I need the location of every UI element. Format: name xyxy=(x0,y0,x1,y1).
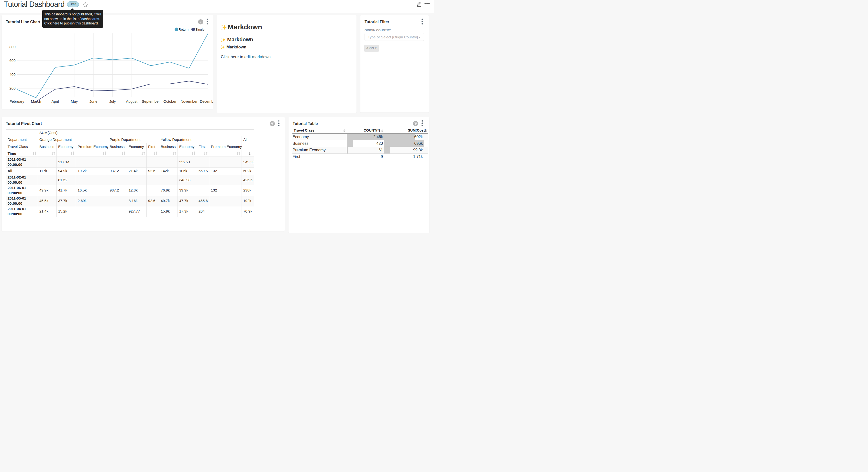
svg-text:February: February xyxy=(9,99,25,104)
svg-text:600: 600 xyxy=(9,58,16,63)
svg-text:Single: Single xyxy=(195,28,205,31)
svg-text:May: May xyxy=(71,99,78,104)
svg-text:200: 200 xyxy=(9,86,16,90)
svg-text:400: 400 xyxy=(9,72,16,77)
svg-text:August: August xyxy=(126,99,138,104)
svg-text:July: July xyxy=(109,99,116,104)
svg-text:September: September xyxy=(142,99,160,104)
svg-text:800: 800 xyxy=(9,45,16,49)
svg-text:Return: Return xyxy=(179,28,189,31)
svg-text:June: June xyxy=(90,99,98,104)
svg-text:November: November xyxy=(181,99,197,104)
svg-text:December: December xyxy=(200,99,213,104)
svg-text:October: October xyxy=(163,99,176,104)
svg-text:April: April xyxy=(51,99,59,104)
